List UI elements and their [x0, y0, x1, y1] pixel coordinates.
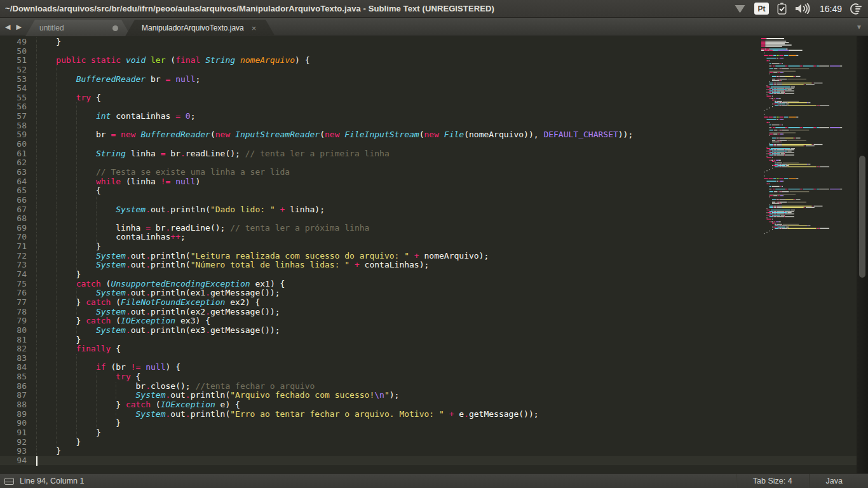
line-number[interactable]: 91 — [0, 428, 27, 438]
line-number[interactable]: 93 — [0, 447, 27, 456]
line-number[interactable]: 75 — [0, 280, 27, 289]
code-line-text[interactable]: System.out.println(ex2.getMessage()); — [36, 308, 857, 317]
code-line[interactable]: 92 } — [0, 438, 857, 447]
line-number[interactable]: 89 — [0, 410, 27, 419]
code-line[interactable]: 49 } — [0, 37, 857, 47]
line-number[interactable]: 51 — [0, 56, 27, 65]
code-line[interactable]: 84 if (br != null) { — [0, 363, 857, 372]
code-line[interactable]: 71 } — [0, 242, 857, 252]
code-line-text[interactable]: contaLinhas++; — [36, 233, 857, 242]
nav-back-icon[interactable]: ◀ — [5, 24, 10, 30]
line-number[interactable]: 81 — [0, 336, 27, 345]
line-number[interactable]: 76 — [0, 288, 27, 298]
keyboard-layout-indicator[interactable]: Pt — [754, 3, 769, 15]
code-line-text[interactable]: br.close(); //tenta fechar o arquivo — [36, 382, 857, 391]
caret-position-status[interactable]: Line 94, Column 1 — [20, 477, 84, 485]
line-number[interactable]: 57 — [0, 112, 27, 121]
code-line[interactable]: 53 BufferedReader br = null; — [0, 75, 857, 85]
line-number[interactable]: 83 — [0, 354, 27, 363]
wifi-icon[interactable] — [734, 4, 746, 13]
code-line-text[interactable] — [36, 47, 857, 57]
code-line-text[interactable] — [36, 102, 857, 112]
code-line[interactable]: 94 — [0, 456, 857, 466]
code-line-text[interactable]: } — [36, 336, 857, 345]
code-line[interactable]: 73 System.out.println("Número total de l… — [0, 261, 857, 270]
line-number[interactable]: 54 — [0, 84, 27, 93]
line-number[interactable]: 50 — [0, 47, 27, 57]
code-line[interactable]: 54 — [0, 84, 857, 93]
code-line-text[interactable]: { — [36, 186, 857, 196]
line-number[interactable]: 64 — [0, 177, 27, 187]
code-line[interactable]: 64 while (linha != null) — [0, 177, 857, 187]
code-line-text[interactable]: System.out.println(ex1.getMessage()); — [36, 288, 857, 298]
code-line[interactable]: 52 — [0, 65, 857, 75]
code-line-text[interactable]: finally { — [36, 344, 857, 354]
syntax-status[interactable]: Java — [809, 474, 859, 488]
code-line[interactable]: 82 finally { — [0, 344, 857, 354]
code-line-text[interactable] — [36, 140, 857, 149]
line-number[interactable]: 52 — [0, 65, 27, 75]
code-line-text[interactable] — [36, 65, 857, 75]
code-line[interactable]: 76 System.out.println(ex1.getMessage()); — [0, 288, 857, 298]
code-line[interactable]: 74 } — [0, 270, 857, 280]
code-line[interactable]: 80 System.out.println(ex3.getMessage()); — [0, 326, 857, 336]
line-number[interactable]: 49 — [0, 37, 27, 47]
code-line[interactable]: 86 br.close(); //tenta fechar o arquivo — [0, 382, 857, 391]
code-line-text[interactable]: } — [36, 447, 857, 456]
line-number[interactable]: 86 — [0, 382, 27, 391]
code-line-text[interactable]: } — [36, 242, 857, 252]
code-line[interactable]: 72 System.out.println("Leitura realizada… — [0, 252, 857, 261]
code-line[interactable]: 62 — [0, 158, 857, 168]
line-number[interactable]: 94 — [0, 456, 27, 466]
code-line[interactable]: 88 } catch (IOException e) { — [0, 400, 857, 410]
line-number[interactable]: 80 — [0, 326, 27, 336]
code-line-text[interactable]: try { — [36, 372, 857, 382]
clock[interactable]: 16:49 — [820, 4, 842, 14]
code-line-text[interactable]: String linha = br.readLine(); // tenta l… — [36, 149, 857, 159]
code-line[interactable]: 89 System.out.println("Erro ao tentar fe… — [0, 410, 857, 419]
line-number[interactable]: 60 — [0, 140, 27, 149]
code-line-text[interactable]: System.out.println(ex3.getMessage()); — [36, 326, 857, 336]
close-tab-icon[interactable]: × — [252, 24, 257, 32]
line-number[interactable]: 84 — [0, 363, 27, 372]
code-line[interactable]: 75 catch (UnsupportedEncodingException e… — [0, 280, 857, 289]
code-line-text[interactable]: } — [36, 438, 857, 447]
code-line[interactable]: 68 — [0, 214, 857, 224]
line-number[interactable]: 65 — [0, 186, 27, 196]
code-line-text[interactable] — [36, 121, 857, 131]
scrollbar-thumb[interactable] — [859, 156, 865, 278]
code-line-text[interactable]: System.out.println("Dado lido: " + linha… — [36, 205, 857, 215]
code-line[interactable]: 79 } catch (IOException ex3) { — [0, 316, 857, 326]
code-line-text[interactable] — [36, 214, 857, 224]
code-line[interactable]: 61 String linha = br.readLine(); // tent… — [0, 149, 857, 159]
line-number[interactable]: 77 — [0, 298, 27, 308]
code-line[interactable]: 50 — [0, 47, 857, 57]
code-line-text[interactable]: } — [36, 419, 857, 428]
code-line[interactable]: 66 — [0, 196, 857, 205]
code-line-text[interactable] — [36, 456, 857, 466]
code-line[interactable]: 55 try { — [0, 93, 857, 103]
code-line-text[interactable] — [36, 84, 857, 93]
code-line[interactable]: 57 int contaLinhas = 0; — [0, 112, 857, 121]
code-line-text[interactable]: } — [36, 37, 857, 47]
code-line[interactable]: 65 { — [0, 186, 857, 196]
code-area[interactable]: 49 }5051 public static void ler (final S… — [0, 36, 868, 473]
code-line[interactable]: 56 — [0, 102, 857, 112]
tab-size-status[interactable]: Tab Size: 4 — [736, 474, 809, 488]
line-number[interactable]: 85 — [0, 372, 27, 382]
code-line-text[interactable]: int contaLinhas = 0; — [36, 112, 857, 121]
code-line-text[interactable]: } catch (IOException ex3) { — [36, 316, 857, 326]
code-line-text[interactable] — [36, 158, 857, 168]
code-line[interactable]: 59 br = new BufferedReader(new InputStre… — [0, 130, 857, 140]
code-line-text[interactable] — [36, 354, 857, 363]
line-number[interactable]: 70 — [0, 233, 27, 242]
code-line-text[interactable]: br = new BufferedReader(new InputStreamR… — [36, 130, 857, 140]
code-line-text[interactable]: BufferedReader br = null; — [36, 75, 857, 85]
line-number[interactable]: 79 — [0, 316, 27, 326]
code-line[interactable]: 58 — [0, 121, 857, 131]
battery-check-icon[interactable] — [777, 3, 787, 15]
code-line[interactable]: 81 } — [0, 336, 857, 345]
code-line-text[interactable]: // Testa se existe uma linha a ser lida — [36, 168, 857, 177]
code-line[interactable]: 51 public static void ler (final String … — [0, 56, 857, 65]
scrollbar-track[interactable] — [857, 36, 868, 473]
